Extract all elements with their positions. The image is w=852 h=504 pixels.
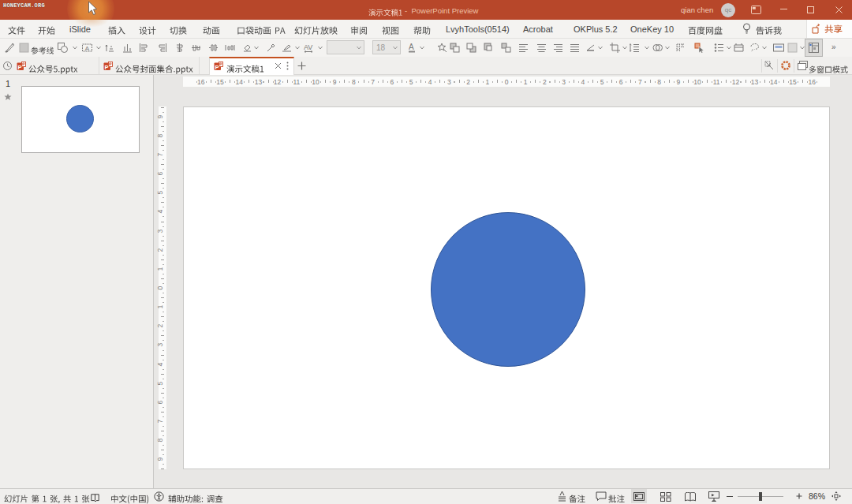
svg-text:A: A <box>85 45 90 52</box>
svg-text:P: P <box>105 64 109 71</box>
svg-text:P: P <box>215 64 219 71</box>
svg-text:P: P <box>18 64 22 71</box>
svg-text:A: A <box>409 43 414 51</box>
svg-text:AV: AV <box>304 43 312 51</box>
